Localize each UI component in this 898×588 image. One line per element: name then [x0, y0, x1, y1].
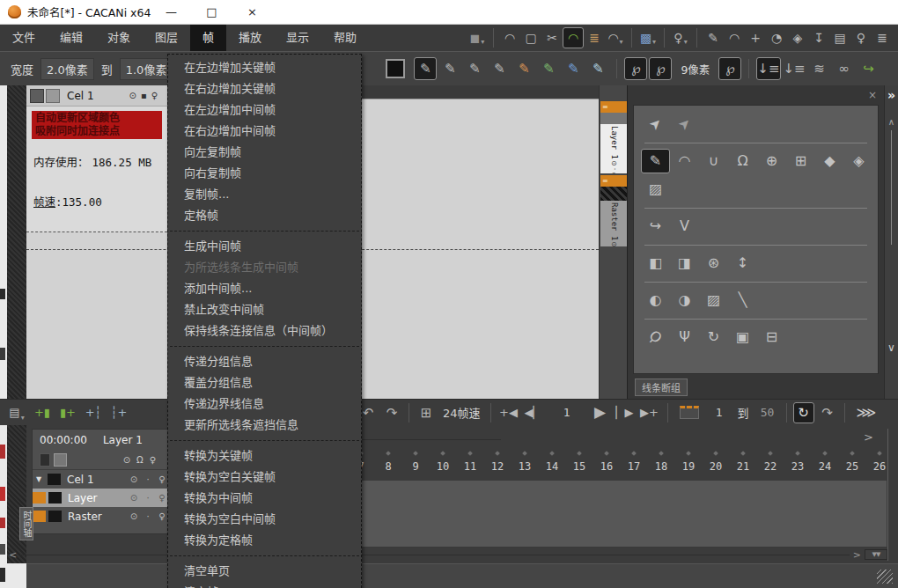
expander-icon[interactable]: ▼ [33, 475, 45, 483]
curve-edit-tool-button[interactable]: ◠ [670, 149, 699, 173]
paint-bucket-button[interactable]: ◈ [787, 27, 808, 48]
page-stack-button[interactable]: ▤ [829, 27, 850, 48]
cel-image-chip[interactable] [54, 453, 67, 467]
panel-scrollbar[interactable]: » ∧ ∨ [884, 85, 898, 399]
frame-range-icon[interactable] [680, 406, 699, 419]
cel-strip-item[interactable]: ≡Raster 1⊙·♀ [600, 175, 627, 246]
onion-dot-icon[interactable]: · [141, 511, 155, 521]
lasso-fill-button[interactable]: ℘ [624, 57, 647, 80]
add-rect-tool-button[interactable]: ⊞ [786, 149, 815, 173]
cel-swatch-dark[interactable] [30, 89, 44, 103]
menubar-item-3[interactable]: 图层 [143, 25, 190, 51]
minimize-button[interactable]: — [151, 0, 191, 24]
stroke-color-swatch[interactable] [386, 59, 405, 78]
frame-menu-item[interactable]: 复制帧... [168, 184, 361, 205]
play-button[interactable]: ▶ [589, 401, 612, 424]
frame-menu-item[interactable]: 添加中间帧... [168, 278, 361, 299]
fill-paint-tool-button[interactable]: ◑ [670, 288, 699, 312]
add-inbetween-left-button[interactable]: +┆ [82, 401, 105, 424]
stroke-arc-button[interactable]: ◠ [724, 27, 745, 48]
tab-timeline[interactable]: 时间轴 [19, 507, 33, 540]
pen-template-button[interactable]: ✎ [488, 57, 511, 80]
frame-menu-item[interactable]: 在右边增加中间帧 [168, 121, 361, 142]
frame-menu-item[interactable]: 定格帧 [168, 205, 361, 226]
panel-close-icon[interactable]: × [868, 89, 877, 101]
layer-stack-button[interactable]: ≣ [584, 27, 605, 48]
pen-pressure-button[interactable]: ✎ [414, 57, 437, 80]
fill-import-tool-button[interactable]: ◨ [670, 251, 699, 276]
cel-pen-chip[interactable] [40, 453, 50, 467]
range-start-field[interactable]: 1 [707, 406, 732, 419]
frame-menu-item[interactable]: 转换为空白中间帧 [168, 509, 361, 530]
scroll-right-icon[interactable]: > [853, 549, 861, 561]
add-key-right-button[interactable]: ▮+ [56, 401, 79, 424]
eraser-tool-button[interactable]: ◆ [815, 149, 844, 173]
loop-playback-button[interactable]: ↻ [793, 402, 814, 423]
frame-menu-item[interactable]: 覆盖分组信息 [168, 372, 361, 393]
zoom-tool-button[interactable]: Ϙ [641, 325, 670, 349]
add-frame-before-button[interactable]: +◀ [497, 401, 520, 424]
frame-menu-item[interactable]: 更新所选线条遮挡信息 [168, 415, 361, 436]
frame-menu-item[interactable]: 转换为定格帧 [168, 530, 361, 551]
color-palette-button[interactable]: ◔ [766, 27, 787, 48]
menubar-item-2[interactable]: 对象 [95, 25, 143, 51]
pencil-orange-button[interactable]: ✎ [512, 57, 535, 80]
stroke-width-from-field[interactable]: 2.0像素 [40, 58, 94, 80]
frame-menu-item[interactable]: 向右复制帧 [168, 163, 361, 184]
menubar-item-5[interactable]: 播放 [226, 25, 274, 51]
u-curve-tool-button[interactable]: ∪ [699, 149, 728, 173]
visibility-eye-icon[interactable]: ⊙ [127, 493, 141, 503]
layer-pile-button[interactable]: ≣ [872, 27, 893, 48]
scene-camera-button[interactable]: ◼▾ [467, 27, 488, 48]
select-tool-button[interactable]: ➤ [641, 112, 670, 136]
cel-icons[interactable]: ⊙·♀ [610, 160, 618, 173]
spray-fill-tool-button[interactable]: ⊛ [699, 251, 728, 276]
stroke-flow-tool-button[interactable]: ↪ [641, 214, 670, 239]
layer-row[interactable]: ▼Cel 1⊙·♀ [33, 470, 169, 489]
frame-menu-item[interactable]: 向左复制帧 [168, 142, 361, 163]
range-end-field[interactable]: 50 [755, 406, 780, 419]
frame-menu-item[interactable]: 转换为中间帧 [168, 488, 361, 509]
panel-expand-icon[interactable]: » [885, 85, 898, 105]
cel-icons[interactable]: ⊙·♀ [610, 241, 618, 246]
frame-menu-item[interactable]: 传递边界线信息 [168, 393, 361, 415]
next-frame-button[interactable]: ▏▶ [614, 401, 637, 424]
pencil-green-button[interactable]: ✎ [537, 57, 560, 80]
stroke-eraser-button[interactable]: ✎ [703, 27, 724, 48]
cel-strip-item[interactable]: ≡Layer 1⊙·♀ [600, 101, 627, 173]
ruler-scroll-right-icon[interactable]: > [864, 430, 873, 444]
marquee-select-button[interactable]: ▢ [520, 27, 541, 48]
frame-menu-item[interactable]: 传递分组信息 [168, 351, 361, 372]
camera-view-tool-button[interactable]: ▣ [728, 325, 757, 349]
scrollbar-track[interactable] [891, 130, 892, 245]
current-frame-display[interactable]: 1 [548, 406, 586, 419]
scroll-down-icon[interactable]: ∨ [885, 342, 898, 354]
fps-settings-icon[interactable]: ⊞ [416, 402, 437, 423]
fill-copy-tool-button[interactable]: ◐ [641, 288, 670, 312]
menubar-item-4[interactable]: 帧 [190, 25, 226, 51]
close-button[interactable]: × [232, 0, 272, 24]
cel-header-icons[interactable]: ⊙▪♀ [129, 91, 162, 100]
frame-menu-item[interactable]: 保持线条连接信息（中间帧） [168, 320, 361, 342]
lasso-select-button[interactable]: ℘ [649, 57, 672, 80]
sort-up-button[interactable]: ↓≡ [783, 57, 806, 80]
timeline-horizontal-scrollbar[interactable]: < > ▼▼ [9, 548, 887, 561]
pencil-blue-button[interactable]: ✎ [562, 57, 585, 80]
frame-menu-item[interactable]: 转换为空白关键帧 [168, 467, 361, 488]
pen-tool-button[interactable]: ✎ [641, 149, 670, 173]
stroke-set-button[interactable]: ◠▾ [605, 27, 626, 48]
display-tool-button[interactable]: ⊟ [757, 325, 786, 349]
chain-add-button[interactable]: ↪ [858, 57, 880, 80]
match-lines-button[interactable]: ≋ [808, 57, 831, 80]
vector-stroke-button[interactable]: ◠ [499, 27, 520, 48]
stroke-shift-tool-button[interactable]: ↕ [728, 251, 757, 276]
render-playback-button[interactable]: ⋙ [857, 404, 877, 421]
rotate-view-tool-button[interactable]: ↻ [699, 325, 728, 349]
visibility-eye-icon[interactable]: ⊙ [127, 474, 141, 484]
menubar-item-7[interactable]: 帮助 [321, 25, 369, 51]
group-select-tool-button[interactable]: ➤ [670, 112, 699, 136]
layer-row[interactable]: Layer⊙·♀ [33, 489, 169, 507]
move-view-button[interactable]: + [745, 27, 766, 48]
inbetween-strokes-button[interactable]: ◠ [563, 27, 584, 48]
frame-menu-item[interactable]: 转换为关键帧 [168, 445, 361, 467]
